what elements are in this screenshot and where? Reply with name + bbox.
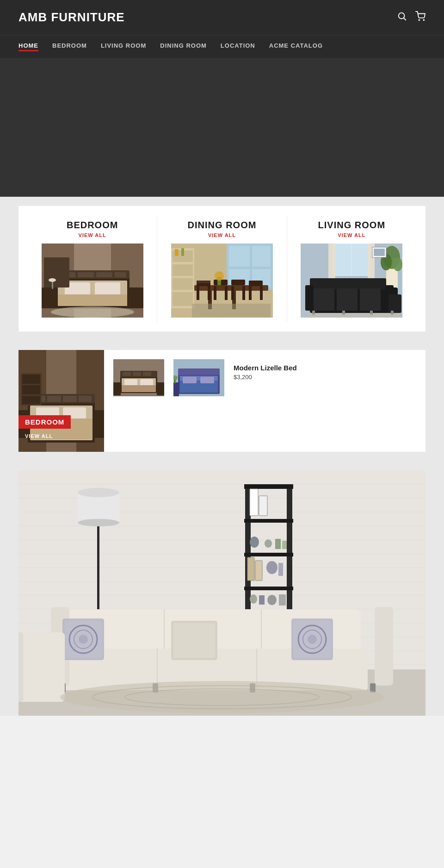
svg-rect-98: [22, 375, 40, 384]
category-living-view-all[interactable]: VIEW ALL: [338, 232, 365, 238]
svg-rect-160: [275, 539, 281, 549]
svg-point-3: [423, 19, 424, 20]
product-thumbnail-alt[interactable]: [173, 359, 224, 396]
svg-rect-13: [115, 272, 126, 277]
svg-rect-11: [78, 272, 94, 277]
category-dining-view-all[interactable]: VIEW ALL: [208, 232, 236, 238]
svg-point-186: [79, 635, 88, 644]
svg-rect-88: [47, 396, 61, 402]
svg-rect-78: [308, 314, 400, 318]
nav-acme-catalog[interactable]: ACME CATALOG: [269, 42, 323, 51]
svg-rect-152: [244, 519, 293, 523]
nav-bedroom[interactable]: BEDROOM: [52, 42, 87, 51]
hero-banner: [0, 58, 444, 197]
svg-rect-188: [173, 623, 215, 658]
svg-rect-67: [310, 278, 386, 290]
svg-rect-118: [183, 377, 197, 383]
svg-rect-18: [42, 287, 56, 308]
svg-rect-51: [249, 286, 252, 300]
svg-rect-48: [231, 286, 234, 300]
svg-rect-20: [44, 257, 69, 287]
svg-rect-195: [18, 632, 23, 702]
svg-rect-35: [175, 249, 179, 256]
nav-location[interactable]: LOCATION: [221, 42, 255, 51]
svg-rect-104: [123, 372, 131, 376]
svg-point-0: [399, 13, 405, 19]
category-dining-image[interactable]: [171, 244, 273, 318]
cart-icon[interactable]: [415, 11, 426, 24]
product-name[interactable]: Modern Lizelle Bed: [234, 364, 297, 372]
svg-rect-151: [244, 484, 293, 489]
svg-rect-41: [197, 286, 199, 300]
category-living: LIVING ROOM VIEW ALL: [287, 215, 416, 322]
svg-rect-70: [388, 294, 401, 313]
svg-rect-73: [360, 288, 381, 311]
svg-rect-45: [214, 286, 216, 300]
svg-rect-59: [352, 244, 369, 275]
svg-point-159: [265, 539, 272, 548]
category-living-image[interactable]: [301, 244, 402, 318]
svg-rect-55: [192, 304, 271, 318]
navigation: HOME BEDROOM LIVING ROOM DINING ROOM LOC…: [0, 35, 444, 58]
product-info: Modern Lizelle Bed $3,200: [234, 359, 297, 381]
svg-rect-19: [129, 287, 143, 308]
svg-point-65: [393, 257, 402, 271]
search-icon[interactable]: [397, 11, 407, 24]
svg-point-193: [308, 635, 317, 644]
svg-rect-161: [282, 541, 287, 549]
svg-point-164: [266, 561, 278, 574]
svg-rect-49: [242, 286, 245, 300]
svg-rect-105: [133, 372, 141, 376]
svg-point-148: [78, 519, 119, 526]
nav-living-room[interactable]: LIVING ROOM: [101, 42, 146, 51]
svg-rect-106: [143, 372, 151, 376]
svg-point-21: [51, 306, 134, 318]
category-dining: DINING ROOM VIEW ALL: [157, 215, 287, 322]
svg-rect-169: [279, 594, 286, 606]
svg-rect-80: [374, 249, 385, 256]
category-bedroom-title: BEDROOM: [67, 220, 118, 231]
svg-rect-50: [249, 281, 263, 286]
category-bedroom: BEDROOM VIEW ALL: [28, 215, 157, 322]
svg-rect-111: [113, 382, 121, 395]
svg-rect-162: [247, 557, 254, 581]
svg-rect-119: [200, 377, 214, 383]
featured-wrapper: BEDROOM VIEW ALL: [0, 345, 444, 461]
svg-point-166: [250, 594, 257, 604]
svg-point-54: [215, 271, 224, 281]
svg-rect-72: [337, 288, 358, 311]
svg-rect-89: [63, 396, 77, 402]
svg-rect-52: [260, 286, 263, 300]
svg-point-23: [49, 278, 56, 282]
svg-point-2: [419, 19, 419, 20]
svg-rect-99: [22, 385, 40, 394]
category-bedroom-view-all[interactable]: VIEW ALL: [79, 232, 106, 238]
svg-rect-17: [58, 294, 127, 306]
nav-home[interactable]: HOME: [18, 42, 38, 51]
svg-rect-47: [231, 280, 245, 285]
category-living-title: LIVING ROOM: [318, 220, 385, 231]
svg-rect-33: [173, 278, 193, 290]
svg-rect-71: [314, 288, 334, 311]
category-bedroom-image[interactable]: [42, 244, 143, 318]
living-room-banner: [18, 470, 426, 716]
svg-rect-154: [244, 587, 293, 590]
svg-rect-36: [181, 248, 184, 256]
svg-rect-43: [197, 281, 210, 283]
svg-line-1: [404, 18, 406, 20]
product-thumbnail[interactable]: [113, 359, 164, 396]
svg-rect-157: [259, 496, 267, 516]
nav-dining-room[interactable]: DINING ROOM: [160, 42, 207, 51]
featured-sidebar-view-all[interactable]: VIEW ALL: [25, 433, 53, 439]
banner-wrapper: [0, 466, 444, 716]
site-logo[interactable]: AMB FURNITURE: [18, 10, 125, 25]
svg-rect-100: [22, 396, 40, 404]
svg-point-147: [78, 488, 119, 497]
svg-rect-60: [328, 244, 335, 281]
featured-sidebar-label: BEDROOM: [18, 415, 71, 429]
svg-rect-96: [92, 410, 104, 438]
categories-wrapper: BEDROOM VIEW ALL: [0, 197, 444, 341]
svg-rect-112: [157, 382, 164, 395]
categories-card: BEDROOM VIEW ALL: [18, 206, 426, 331]
svg-rect-165: [278, 563, 283, 576]
